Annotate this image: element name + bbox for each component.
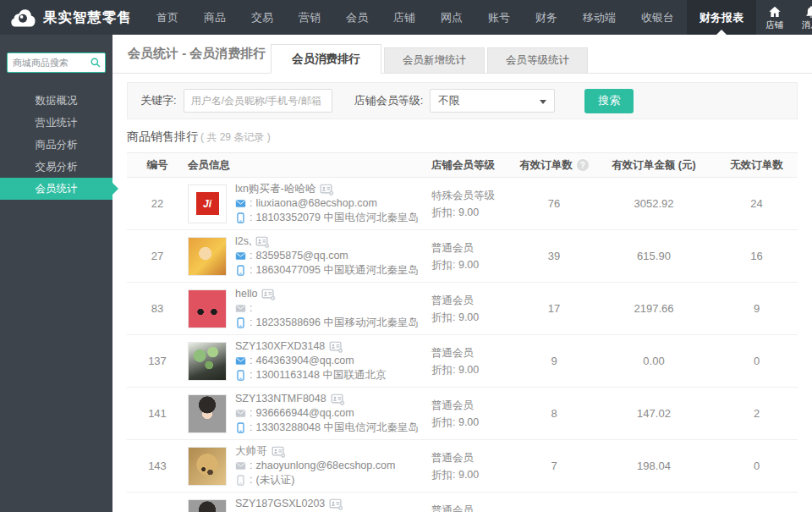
help-icon[interactable]: ? [577, 159, 589, 171]
valid-order-amount: 2197.66 [592, 302, 716, 315]
nav-item[interactable]: 店铺 [381, 0, 428, 35]
member-name: SZY133NTMF8048 [235, 392, 326, 406]
invalid-order-count: 24 [716, 197, 798, 210]
member-info-cell: lxn购买者-哈哈哈 [188, 182, 431, 225]
nav-item[interactable]: 财务报表 [687, 0, 756, 35]
nav-item[interactable]: 账号 [475, 0, 523, 35]
valid-order-count: 8 [516, 407, 592, 420]
search-button[interactable]: 搜索 [584, 89, 634, 113]
nav-item[interactable]: 交易 [239, 0, 286, 35]
keyword-label: 关键字: [140, 93, 177, 108]
sidebar-item[interactable]: 交易分析 [0, 156, 112, 178]
member-info-cell: 大帅哥 [188, 444, 431, 487]
valid-order-count: 17 [516, 302, 592, 315]
member-avatar[interactable] [188, 499, 227, 512]
col-header-valid-orders: 有效订单数 ? [516, 158, 592, 173]
sidebar-item[interactable]: 营业统计 [0, 112, 112, 134]
messages-utility-label: 消息 [802, 19, 812, 31]
tab[interactable]: 会员新增统计 [384, 47, 485, 74]
mail-icon [235, 198, 246, 209]
member-table: 编号 会员信息 店铺会员等级 有效订单数 ? 有效订单金额 (元) 无效订单数 … [127, 152, 798, 512]
keyword-input[interactable] [184, 89, 332, 113]
member-info-cell: hello [188, 287, 431, 330]
member-discount: 折扣: 9.00 [431, 256, 516, 273]
valid-order-amount: 147.02 [592, 407, 716, 420]
brand[interactable]: 果实智慧零售 [0, 0, 144, 35]
member-avatar[interactable] [188, 394, 227, 433]
bell-icon [804, 5, 812, 19]
col-header-invalid-orders: 无效订单数 [716, 158, 798, 173]
member-email: 464363904@qq.com [255, 354, 354, 368]
mail-icon [235, 355, 246, 366]
table-row: 22 lxn购买者-哈哈哈 [127, 178, 798, 230]
col-header-valid-amount: 有效订单金额 (元) [592, 158, 716, 173]
invalid-order-count: 0 [716, 460, 798, 472]
valid-order-amount: 615.90 [592, 250, 716, 262]
sidebar-item[interactable]: 商品分析 [0, 134, 112, 156]
table-header: 编号 会员信息 店铺会员等级 有效订单数 ? 有效订单金额 (元) 无效订单数 [127, 152, 798, 178]
section-title-line: 商品销售排行( 共 29 条记录 ) [127, 129, 798, 145]
nav-item[interactable]: 会员 [333, 0, 381, 35]
member-email: 83595875@qq.com [255, 249, 348, 263]
member-info-cell: SZY130XFXD3148 [188, 339, 431, 383]
member-card-icon[interactable] [272, 446, 286, 458]
sidebar-menu: 数据概况 营业统计 商品分析 交易分析 会员统计 [0, 90, 112, 200]
nav-item[interactable]: 首页 [144, 0, 191, 35]
member-card-icon[interactable] [320, 184, 334, 195]
member-name: SZY187GSXL0203 [235, 497, 325, 511]
tab[interactable]: 会员等级统计 [487, 47, 588, 74]
member-name: hello [235, 287, 257, 301]
table-row: 27 l2s, [127, 230, 798, 283]
member-level-value: 不限 [438, 94, 459, 108]
nav-item[interactable]: 网点 [428, 0, 475, 35]
member-email: zhaoyunlong@68ecshop.com [255, 459, 395, 473]
valid-order-count: 7 [516, 460, 592, 472]
nav-item[interactable]: 收银台 [628, 0, 687, 35]
sidebar-search [7, 52, 106, 73]
sidebar: 数据概况 营业统计 商品分析 交易分析 会员统计 [0, 35, 112, 512]
col-header-id: 编号 [127, 158, 188, 173]
member-card-icon[interactable] [329, 341, 343, 353]
phone-icon [235, 422, 246, 433]
member-id: 143 [127, 460, 188, 472]
invalid-order-count: 9 [716, 302, 798, 315]
tab[interactable]: 会员消费排行 [271, 44, 381, 74]
shop-utility-button[interactable]: 店铺 [756, 3, 793, 32]
member-phone: 13303288048 中国电信河北秦皇岛 [255, 421, 418, 435]
member-id: 22 [127, 197, 188, 210]
member-email: liuxiaona@68ecshop.com [255, 196, 376, 211]
invalid-order-count: 0 [716, 355, 798, 367]
phone-icon [235, 317, 246, 328]
cloud-logo-icon [8, 8, 37, 28]
member-avatar[interactable] [188, 289, 227, 328]
messages-utility-button[interactable]: 消息 [793, 3, 812, 32]
member-avatar[interactable] [188, 447, 227, 486]
member-phone: 18103352079 中国电信河北秦皇岛 [255, 211, 418, 225]
page-tabs: 会员消费排行 会员新增统计 会员等级统计 [271, 44, 588, 74]
member-avatar[interactable] [188, 237, 227, 276]
sidebar-item[interactable]: 数据概况 [0, 90, 112, 112]
member-level-label: 店铺会员等级: [354, 93, 424, 108]
sidebar-item[interactable]: 会员统计 [0, 178, 112, 200]
member-avatar[interactable] [188, 184, 227, 223]
search-icon[interactable] [90, 57, 102, 69]
mail-icon [235, 408, 246, 419]
nav-item[interactable]: 商品 [191, 0, 239, 35]
member-id: 27 [127, 250, 188, 262]
nav-item[interactable]: 移动端 [570, 0, 628, 35]
member-avatar[interactable] [188, 342, 227, 381]
member-card-icon[interactable] [261, 289, 276, 300]
member-info-cell: SZY187GSXL0203 [188, 497, 431, 512]
nav-item[interactable]: 营销 [286, 0, 333, 35]
member-card-icon[interactable] [255, 236, 270, 248]
top-navbar: 果实智慧零售 首页 商品 交易 营销 会员 店铺 网点 账号 财务 移 [0, 0, 812, 35]
nav-item[interactable]: 财务 [523, 0, 570, 35]
app-window: 果实智慧零售 首页 商品 交易 营销 会员 店铺 网点 账号 财务 移 [0, 0, 812, 512]
valid-order-count: 39 [516, 250, 592, 262]
brand-name: 果实智慧零售 [43, 8, 132, 27]
member-level-select[interactable]: 不限 [430, 89, 555, 113]
table-row: 143 大帅哥 [127, 440, 798, 493]
member-card-icon[interactable] [329, 498, 343, 510]
member-level: 普通会员 [431, 449, 516, 466]
member-card-icon[interactable] [331, 394, 345, 405]
